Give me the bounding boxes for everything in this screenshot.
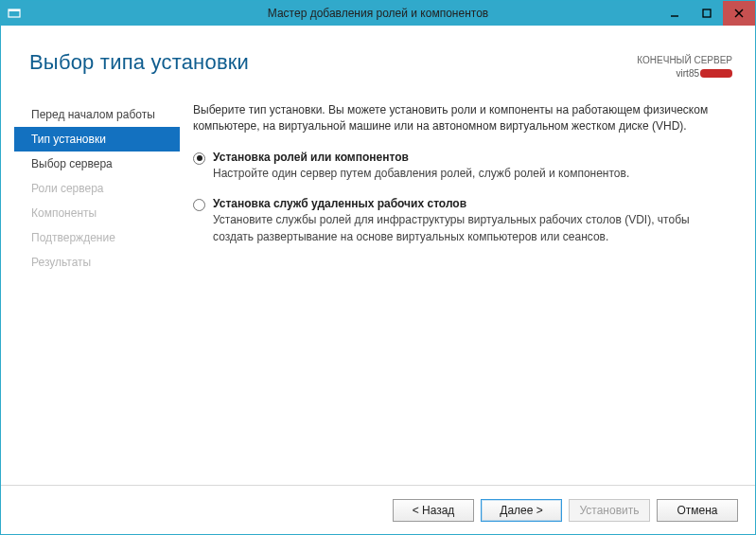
option-text: Установка ролей или компонентовНастройте…: [213, 151, 725, 182]
wizard-step-3: Роли сервера: [14, 176, 180, 201]
wizard-steps-sidebar: Перед началом работыТип установкиВыбор с…: [14, 98, 180, 485]
header-row: Выбор типа установки КОНЕЧНЫЙ СЕРВЕР vir…: [14, 39, 742, 80]
maximize-button[interactable]: [691, 1, 723, 26]
option-text: Установка служб удаленных рабочих столов…: [213, 197, 725, 245]
close-button[interactable]: [723, 1, 755, 26]
content-area: Выбор типа установки КОНЕЧНЫЙ СЕРВЕР vir…: [1, 26, 755, 485]
server-name-text: virt85: [677, 68, 699, 79]
intro-text: Выберите тип установки. Вы можете устано…: [193, 102, 725, 135]
redacted-text: [700, 69, 732, 78]
wizard-step-4: Компоненты: [14, 201, 180, 225]
server-label: КОНЕЧНЫЙ СЕРВЕР: [637, 54, 732, 67]
window-title: Мастер добавления ролей и компонентов: [1, 7, 755, 20]
install-option-0[interactable]: Установка ролей или компонентовНастройте…: [193, 151, 725, 182]
options-container: Установка ролей или компонентовНастройте…: [193, 151, 725, 245]
body-panel: Выберите тип установки. Вы можете устано…: [180, 98, 742, 485]
back-button[interactable]: < Назад: [393, 499, 474, 522]
install-button: Установить: [569, 499, 650, 522]
wizard-step-1[interactable]: Тип установки: [14, 127, 180, 152]
minimize-button[interactable]: [659, 1, 691, 26]
wizard-window: Мастер добавления ролей и компонентов Вы…: [0, 0, 756, 535]
radio-button[interactable]: [193, 152, 205, 165]
titlebar: Мастер добавления ролей и компонентов: [1, 1, 755, 26]
next-button[interactable]: Далее >: [481, 499, 562, 522]
wizard-step-2[interactable]: Выбор сервера: [14, 152, 180, 176]
cancel-button[interactable]: Отмена: [657, 499, 738, 522]
wizard-step-5: Подтверждение: [14, 225, 180, 250]
install-option-1[interactable]: Установка служб удаленных рабочих столов…: [193, 197, 725, 245]
destination-server-box: КОНЕЧНЫЙ СЕРВЕР virt85: [637, 50, 732, 80]
svg-rect-3: [703, 9, 711, 17]
option-title: Установка ролей или компонентов: [213, 151, 725, 164]
option-description: Установите службы ролей для инфраструкту…: [213, 212, 725, 245]
window-controls: [659, 1, 755, 26]
radio-button[interactable]: [193, 199, 205, 211]
main-row: Перед началом работыТип установкиВыбор с…: [14, 98, 742, 485]
server-name: virt85: [637, 67, 732, 80]
option-description: Настройте один сервер путем добавления р…: [213, 166, 725, 182]
page-title: Выбор типа установки: [29, 50, 249, 75]
svg-rect-1: [9, 9, 20, 11]
app-icon: [7, 6, 22, 21]
wizard-step-0[interactable]: Перед началом работы: [14, 102, 180, 127]
option-title: Установка служб удаленных рабочих столов: [213, 197, 725, 210]
wizard-step-6: Результаты: [14, 250, 180, 275]
footer-buttons: < Назад Далее > Установить Отмена: [1, 485, 755, 534]
